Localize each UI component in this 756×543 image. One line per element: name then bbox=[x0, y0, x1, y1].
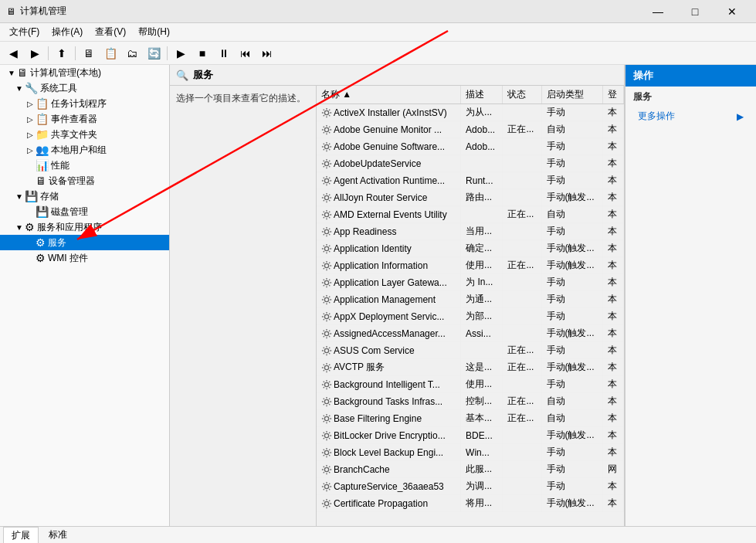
tree-shared-folders[interactable]: ▷ 📁 共享文件夹 bbox=[0, 127, 169, 142]
menu-view[interactable]: 查看(V) bbox=[89, 24, 132, 40]
service-desc-cell: 将用... bbox=[461, 495, 503, 512]
col-name[interactable]: 名称 ▲ bbox=[317, 86, 461, 104]
table-row[interactable]: BranchCache此服...手动网 bbox=[317, 461, 624, 478]
tab-extended[interactable]: 扩展 bbox=[3, 527, 39, 544]
services-panel-title: 服务 bbox=[193, 68, 213, 82]
toolbar-stop[interactable]: ■ bbox=[192, 44, 212, 63]
tree-performance[interactable]: 📊 性能 bbox=[0, 158, 169, 173]
service-login-cell: 本 bbox=[603, 393, 624, 410]
table-row[interactable]: BitLocker Drive Encryptio...BDE...手动(触发.… bbox=[317, 427, 624, 444]
svg-point-20 bbox=[324, 450, 328, 454]
toolbar-back[interactable]: ◀ bbox=[3, 44, 23, 63]
service-desc-cell: 为从... bbox=[461, 104, 503, 121]
minimize-button[interactable]: — bbox=[640, 0, 676, 23]
service-login-cell: 本 bbox=[603, 291, 624, 308]
table-row[interactable]: AppX Deployment Servic...为部...手动本 bbox=[317, 308, 624, 325]
toolbar-forward[interactable]: ▶ bbox=[25, 44, 45, 63]
local-users-icon: 👥 bbox=[36, 144, 49, 156]
toolbar-tree[interactable]: 🗂 bbox=[122, 44, 142, 63]
toolbar-restart[interactable]: ⏮ bbox=[236, 44, 256, 63]
tab-standard[interactable]: 标准 bbox=[40, 526, 76, 543]
service-name-cell: Base Filtering Engine bbox=[317, 410, 461, 427]
menu-help[interactable]: 帮助(H) bbox=[132, 24, 176, 40]
wmi-label: WMI 控件 bbox=[48, 252, 88, 265]
table-row[interactable]: AssignedAccessManager...Assi...手动(触发...本 bbox=[317, 325, 624, 342]
table-row[interactable]: Application Information使用...正在...手动(触发..… bbox=[317, 257, 624, 274]
service-desc-cell: 控制... bbox=[461, 393, 503, 410]
service-desc-cell: Adob... bbox=[461, 121, 503, 138]
svg-point-4 bbox=[324, 178, 328, 182]
shared-folders-expand: ▷ bbox=[25, 131, 36, 139]
service-name-cell: Agent Activation Runtime... bbox=[317, 172, 461, 189]
toolbar-console[interactable]: 📋 bbox=[100, 44, 120, 63]
svg-point-6 bbox=[324, 212, 328, 216]
service-login-cell: 本 bbox=[603, 478, 624, 495]
tree-services-apps[interactable]: ▼ ⚙ 服务和应用程序 bbox=[0, 219, 169, 235]
col-desc[interactable]: 描述 bbox=[461, 86, 503, 104]
service-status-cell: 正在... bbox=[503, 342, 541, 359]
system-tools-label: 系统工具 bbox=[40, 82, 77, 95]
table-row[interactable]: Adobe Genuine Software...Adob...手动本 bbox=[317, 138, 624, 155]
table-row[interactable]: CaptureService_36aaea53为调...手动本 bbox=[317, 478, 624, 495]
tree-root[interactable]: ▼ 🖥 计算机管理(本地) bbox=[0, 65, 169, 80]
tree-services[interactable]: ⚙ 服务 bbox=[0, 235, 169, 250]
table-row[interactable]: App Readiness当用...手动本 bbox=[317, 223, 624, 240]
service-status-cell bbox=[503, 274, 541, 291]
table-row[interactable]: Base Filtering Engine基本...正在...自动本 bbox=[317, 410, 624, 427]
table-row[interactable]: Background Tasks Infras...控制...正在...自动本 bbox=[317, 393, 624, 410]
toolbar-up[interactable]: ⬆ bbox=[52, 44, 72, 63]
table-row[interactable]: AdobeUpdateService手动本 bbox=[317, 155, 624, 172]
toolbar-pause[interactable]: ⏸ bbox=[214, 44, 234, 63]
tree-local-users[interactable]: ▷ 👥 本地用户和组 bbox=[0, 142, 169, 158]
toolbar-refresh[interactable]: 🔄 bbox=[144, 44, 164, 63]
table-row[interactable]: ASUS Com Service正在...手动本 bbox=[317, 342, 624, 359]
service-status-cell bbox=[503, 104, 541, 121]
toolbar-show-hide[interactable]: 🖥 bbox=[79, 44, 99, 63]
table-row[interactable]: AllJoyn Router Service路由...手动(触发...本 bbox=[317, 189, 624, 206]
service-status-cell bbox=[503, 325, 541, 342]
maximize-button[interactable]: □ bbox=[677, 0, 713, 23]
table-row[interactable]: Application Layer Gatewa...为 In...手动本 bbox=[317, 274, 624, 291]
service-status-cell bbox=[503, 223, 541, 240]
service-desc-cell: 这是... bbox=[461, 359, 503, 376]
tree-task-scheduler[interactable]: ▷ 📋 任务计划程序 bbox=[0, 96, 169, 111]
actions-section-services: 服务 bbox=[625, 87, 756, 107]
disk-mgmt-label: 磁盘管理 bbox=[51, 205, 88, 219]
col-login[interactable]: 登 bbox=[603, 86, 624, 104]
service-status-cell: 正在... bbox=[503, 393, 541, 410]
event-viewer-label: 事件查看器 bbox=[51, 113, 97, 126]
table-row[interactable]: Background Intelligent T...使用...手动本 bbox=[317, 376, 624, 393]
table-row[interactable]: Application Identity确定...手动(触发...本 bbox=[317, 240, 624, 257]
tree-device-manager[interactable]: 🖥 设备管理器 bbox=[0, 173, 169, 188]
col-status[interactable]: 状态 bbox=[503, 86, 541, 104]
tree-event-viewer[interactable]: ▷ 📋 事件查看器 bbox=[0, 111, 169, 127]
table-row[interactable]: Application Management为通...手动本 bbox=[317, 291, 624, 308]
system-tools-expand: ▼ bbox=[14, 84, 25, 93]
tree-storage[interactable]: ▼ 💾 存储 bbox=[0, 188, 169, 204]
table-row[interactable]: Certificate Propagation将用...手动(触发...本 bbox=[317, 495, 624, 512]
tree-disk-management[interactable]: 💾 磁盘管理 bbox=[0, 204, 169, 219]
wmi-icon: ⚙ bbox=[36, 252, 46, 264]
svg-point-0 bbox=[324, 110, 328, 114]
toolbar-step[interactable]: ⏭ bbox=[257, 44, 277, 63]
toolbar-play[interactable]: ▶ bbox=[171, 44, 191, 63]
sidebar: ▼ 🖥 计算机管理(本地) ▼ 🔧 系统工具 ▷ 📋 任务计划程序 ▷ 📋 事件… bbox=[0, 65, 170, 543]
col-startup[interactable]: 启动类型 bbox=[541, 86, 603, 104]
svg-point-10 bbox=[324, 280, 328, 284]
table-row[interactable]: Block Level Backup Engi...Win...手动本 bbox=[317, 444, 624, 461]
actions-more[interactable]: 更多操作 ▶ bbox=[625, 107, 756, 125]
table-row[interactable]: Agent Activation Runtime...Runt...手动本 bbox=[317, 172, 624, 189]
storage-label: 存储 bbox=[40, 190, 59, 203]
services-table-container[interactable]: 名称 ▲ 描述 状态 启动类型 bbox=[317, 86, 624, 534]
service-name-cell: AssignedAccessManager... bbox=[317, 325, 461, 342]
actions-panel: 操作 服务 更多操作 ▶ bbox=[625, 65, 756, 543]
close-button[interactable]: ✕ bbox=[714, 0, 750, 23]
table-row[interactable]: ActiveX Installer (AxInstSV)为从...手动本 bbox=[317, 104, 624, 121]
tree-system-tools[interactable]: ▼ 🔧 系统工具 bbox=[0, 80, 169, 96]
table-row[interactable]: AMD External Events Utility正在...自动本 bbox=[317, 206, 624, 223]
tree-wmi[interactable]: ⚙ WMI 控件 bbox=[0, 250, 169, 266]
table-row[interactable]: AVCTP 服务这是...正在...手动(触发...本 bbox=[317, 359, 624, 376]
table-row[interactable]: Adobe Genuine Monitor ...Adob...正在...自动本 bbox=[317, 121, 624, 138]
menu-action[interactable]: 操作(A) bbox=[46, 24, 89, 40]
menu-file[interactable]: 文件(F) bbox=[3, 24, 46, 40]
